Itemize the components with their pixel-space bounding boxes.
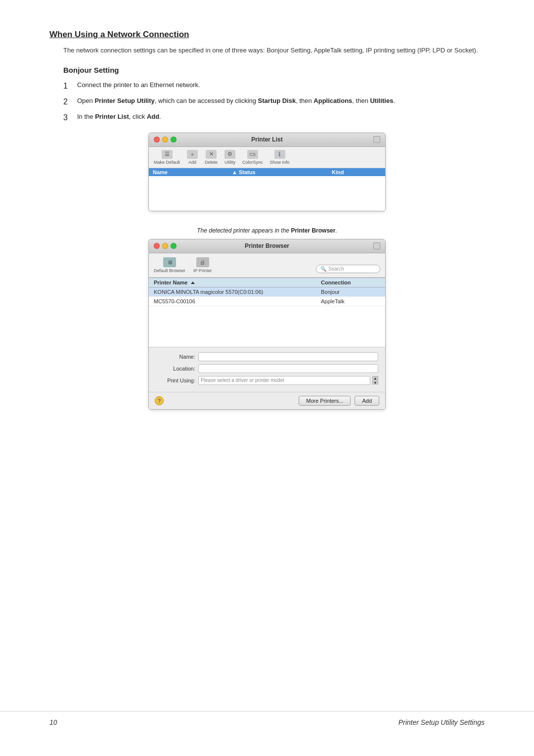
location-input[interactable]: [198, 364, 378, 373]
step-1-text: Connect the printer to an Ethernet netwo…: [77, 80, 485, 90]
step-2-text: Open Printer Setup Utility, which can be…: [77, 96, 485, 106]
stepper-up[interactable]: ▲: [372, 376, 378, 380]
delete-btn[interactable]: ✕ Delete: [205, 150, 218, 165]
sort-icon: [191, 282, 195, 284]
pb-row-1-name: KONICA MINOLTA magicolor 5570(C0:01:06): [154, 289, 321, 295]
intro-text: The network connection settings can be s…: [49, 46, 485, 56]
traffic-lights: [154, 137, 177, 142]
pb-list: KONICA MINOLTA magicolor 5570(C0:01:06) …: [149, 287, 385, 347]
printer-list-titlebar: Printer List: [149, 133, 385, 147]
subsection-heading: Bonjour Setting: [49, 66, 485, 74]
printer-browser-titlebar: Printer Browser: [149, 239, 385, 253]
printer-browser-title: Printer Browser: [245, 242, 289, 249]
pb-search-area: 🔍 Search: [316, 265, 380, 273]
pb-search-box[interactable]: 🔍 Search: [316, 265, 380, 273]
print-using-select[interactable]: Please select a driver or printer model: [198, 376, 370, 385]
delete-label: Delete: [205, 160, 218, 165]
make-default-label: Make Default: [154, 160, 180, 165]
pb-form: Name: Location: Print Using: Please sele…: [149, 347, 385, 392]
page-number: 10: [49, 718, 57, 726]
stepper-down[interactable]: ▼: [372, 380, 378, 384]
ip-printer-icon: 🖨: [196, 257, 209, 267]
pb-empty-area: [149, 306, 385, 341]
pb-traffic-lights: [154, 243, 177, 249]
search-icon: 🔍: [320, 266, 326, 272]
printer-list-body: [149, 176, 385, 211]
ip-printer-btn[interactable]: 🖨 IP Printer: [193, 257, 212, 273]
pb-col-connection-header: Connection: [321, 280, 380, 285]
step-2: 2 Open Printer Setup Utility, which can …: [63, 96, 485, 108]
more-printers-button[interactable]: More Printers...: [299, 396, 351, 406]
pb-row-2-name: MC5570-C00106: [154, 298, 321, 304]
printer-list-title: Printer List: [251, 136, 282, 143]
search-placeholder: Search: [328, 266, 344, 272]
pb-row-1[interactable]: KONICA MINOLTA magicolor 5570(C0:01:06) …: [149, 287, 385, 297]
show-info-label: Show Info: [270, 160, 290, 165]
step-3-num: 3: [63, 112, 77, 124]
footer-title: Printer Setup Utility Settings: [399, 718, 485, 726]
pb-minimize-button[interactable]: [162, 243, 168, 249]
step-1-num: 1: [63, 80, 77, 92]
step-3-text: In the Printer List, click Add.: [77, 112, 485, 122]
colorsync-label: ColorSync: [242, 160, 263, 165]
maximize-button[interactable]: [171, 137, 177, 142]
default-browser-icon: 🖥: [163, 257, 176, 267]
page-footer: 10 Printer Setup Utility Settings: [0, 711, 534, 726]
ip-printer-label: IP Printer: [193, 268, 212, 273]
location-label: Location:: [156, 366, 195, 372]
add-btn[interactable]: + Add: [187, 150, 198, 165]
utility-icon: ⚙: [224, 150, 235, 159]
col-status-header: ▲ Status: [232, 169, 332, 175]
printer-browser-window: Printer Browser 🖥 Default Browser 🖨 IP P…: [148, 239, 386, 410]
steps-list: 1 Connect the printer to an Ethernet net…: [49, 80, 485, 124]
pb-bottom-right: More Printers... Add: [299, 396, 379, 406]
pb-close-button[interactable]: [154, 243, 160, 249]
pb-print-using-row: Print Using: Please select a driver or p…: [156, 376, 378, 385]
section-heading: When Using a Network Connection: [49, 30, 485, 40]
utility-btn[interactable]: ⚙ Utility: [224, 150, 235, 165]
show-info-btn[interactable]: ℹ Show Info: [270, 150, 290, 165]
delete-icon: ✕: [206, 150, 217, 159]
pb-resize-button[interactable]: [373, 242, 380, 249]
col-name-header: Name: [153, 169, 232, 175]
step-1: 1 Connect the printer to an Ethernet net…: [63, 80, 485, 92]
pb-name-row: Name:: [156, 352, 378, 361]
printer-list-toolbar: ☰ Make Default + Add ✕ Delete ⚙ Utility …: [149, 147, 385, 168]
print-using-label: Print Using:: [156, 378, 195, 383]
pb-row-2-connection: AppleTalk: [321, 298, 380, 304]
make-default-btn[interactable]: ☰ Make Default: [154, 150, 180, 165]
print-using-stepper[interactable]: ▲ ▼: [372, 376, 378, 384]
pb-col-name-header: Printer Name: [154, 280, 321, 285]
add-label: Add: [188, 160, 196, 165]
make-default-icon: ☰: [162, 150, 173, 159]
add-printer-button[interactable]: Add: [355, 396, 379, 406]
step-2-num: 2: [63, 96, 77, 108]
pb-columns: Printer Name Connection: [149, 278, 385, 287]
default-browser-label: Default Browser: [154, 268, 185, 273]
print-using-value: Please select a driver or printer model: [201, 378, 284, 383]
default-browser-btn[interactable]: 🖥 Default Browser: [154, 257, 185, 273]
close-button[interactable]: [154, 137, 160, 142]
colorsync-btn[interactable]: CS ColorSync: [242, 150, 263, 165]
utility-label: Utility: [224, 160, 235, 165]
printer-list-columns: Name ▲ Status Kind: [149, 168, 385, 176]
help-button[interactable]: ?: [155, 396, 164, 405]
pb-toolbar: 🖥 Default Browser 🖨 IP Printer 🔍 Search: [149, 253, 385, 278]
add-icon: +: [187, 150, 198, 159]
show-info-icon: ℹ: [274, 150, 285, 159]
col-kind-header: Kind: [332, 169, 381, 175]
pb-row-2[interactable]: MC5570-C00106 AppleTalk: [149, 297, 385, 306]
name-input[interactable]: [198, 352, 378, 361]
pb-bottom-bar: ? More Printers... Add: [149, 392, 385, 409]
name-label: Name:: [156, 354, 195, 360]
pb-maximize-button[interactable]: [171, 243, 177, 249]
minimize-button[interactable]: [162, 137, 168, 142]
printer-list-window: Printer List ☰ Make Default + Add ✕ Dele…: [148, 133, 386, 211]
resize-button[interactable]: [373, 136, 380, 143]
colorsync-icon: CS: [247, 150, 258, 159]
caption-text: The detected printer appears in the Prin…: [49, 227, 485, 234]
pb-row-1-connection: Bonjour: [321, 289, 380, 295]
step-3: 3 In the Printer List, click Add.: [63, 112, 485, 124]
pb-location-row: Location:: [156, 364, 378, 373]
